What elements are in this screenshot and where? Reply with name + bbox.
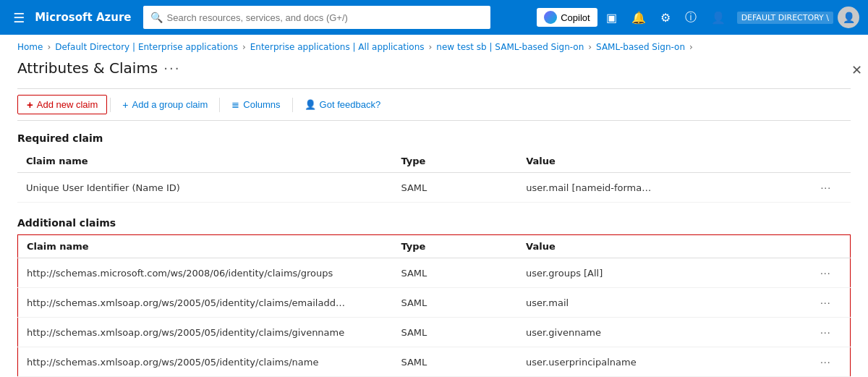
required-claims-table: Claim name Type Value Unique User Identi… bbox=[17, 150, 851, 203]
additional-claim-actions-button[interactable]: ··· bbox=[817, 355, 834, 369]
copilot-label: Copilot bbox=[561, 12, 590, 23]
close-button[interactable]: ✕ bbox=[846, 59, 868, 81]
copilot-icon bbox=[544, 11, 557, 24]
screen-icon-button[interactable]: ▣ bbox=[600, 7, 623, 29]
additional-claim-actions: ··· bbox=[809, 258, 851, 288]
breadcrumb-sep-2: › bbox=[242, 42, 246, 52]
toolbar-separator-2 bbox=[219, 98, 220, 112]
hamburger-icon[interactable]: ☰ bbox=[9, 6, 29, 30]
additional-claims-title: Additional claims bbox=[17, 217, 851, 229]
columns-button[interactable]: ≣ Columns bbox=[223, 96, 289, 113]
page-header: Attributes & Claims ··· bbox=[17, 59, 851, 77]
toolbar: + Add new claim + Add a group claim ≣ Co… bbox=[17, 88, 851, 121]
copilot-button[interactable]: Copilot bbox=[537, 8, 597, 27]
additional-claim-actions: ··· bbox=[809, 318, 851, 347]
breadcrumb-sep-3: › bbox=[429, 42, 433, 52]
breadcrumb-default-dir[interactable]: Default Directory | Enterprise applicati… bbox=[55, 42, 238, 52]
additional-claim-type: SAML bbox=[392, 288, 517, 318]
page-title-menu[interactable]: ··· bbox=[163, 61, 180, 76]
breadcrumb-sep-4: › bbox=[588, 42, 592, 52]
additional-claims-table: Claim name Type Value http://schemas.mic… bbox=[17, 234, 851, 377]
breadcrumb-saml-signin[interactable]: SAML-based Sign-on bbox=[596, 42, 685, 52]
additional-claim-row: http://schemas.xmlsoap.org/ws/2005/05/id… bbox=[18, 347, 851, 377]
additional-col-type: Type bbox=[392, 235, 517, 258]
required-claim-actions-button[interactable]: ··· bbox=[817, 180, 834, 195]
add-new-claim-icon: + bbox=[27, 98, 33, 111]
additional-claim-type: SAML bbox=[392, 318, 517, 347]
feedback-button[interactable]: 👤 Got feedback? bbox=[296, 96, 390, 113]
additional-claim-row: http://schemas.xmlsoap.org/ws/2005/05/id… bbox=[18, 318, 851, 347]
required-claims-title: Required claim bbox=[17, 132, 851, 144]
help-icon-button[interactable]: ⓘ bbox=[679, 6, 702, 30]
additional-claim-value: user.mail bbox=[517, 288, 809, 318]
additional-claim-value: user.groups [All] bbox=[517, 258, 809, 288]
additional-claim-row: http://schemas.xmlsoap.org/ws/2005/05/id… bbox=[18, 288, 851, 318]
additional-col-name: Claim name bbox=[18, 235, 393, 258]
required-claim-value: user.mail [nameid-forma… bbox=[517, 173, 809, 203]
nav-right: Copilot ▣ 🔔 ⚙ ⓘ 👤 DEFAULT DIRECTORY \ 👤 bbox=[537, 6, 859, 30]
required-claim-name: Unique User Identifier (Name ID) bbox=[17, 173, 392, 203]
page-title: Attributes & Claims bbox=[17, 59, 158, 77]
columns-icon: ≣ bbox=[231, 99, 239, 110]
add-group-claim-label: Add a group claim bbox=[132, 99, 208, 110]
additional-claim-value: user.userprincipalname bbox=[517, 347, 809, 377]
breadcrumb: Home › Default Directory | Enterprise ap… bbox=[0, 35, 868, 59]
breadcrumb-enterprise-apps[interactable]: Enterprise applications | All applicatio… bbox=[250, 42, 425, 52]
avatar[interactable]: 👤 bbox=[838, 7, 859, 28]
columns-label: Columns bbox=[243, 99, 280, 110]
gear-icon-button[interactable]: ⚙ bbox=[655, 7, 676, 29]
add-new-claim-label: Add new claim bbox=[37, 99, 98, 110]
toolbar-separator-3 bbox=[292, 98, 293, 112]
additional-claim-actions: ··· bbox=[809, 347, 851, 377]
add-group-claim-button[interactable]: + Add a group claim bbox=[114, 96, 216, 114]
additional-claim-actions-button[interactable]: ··· bbox=[817, 325, 834, 339]
search-input[interactable] bbox=[167, 12, 483, 23]
breadcrumb-sep-1: › bbox=[47, 42, 51, 52]
additional-claim-name: http://schemas.xmlsoap.org/ws/2005/05/id… bbox=[18, 288, 393, 318]
additional-col-actions bbox=[809, 235, 851, 258]
search-box: 🔍 bbox=[143, 6, 490, 29]
person-icon-button[interactable]: 👤 bbox=[705, 7, 731, 29]
additional-claim-name: http://schemas.microsoft.com/ws/2008/06/… bbox=[18, 258, 393, 288]
nav-bar: ☰ Microsoft Azure 🔍 Copilot ▣ 🔔 ⚙ ⓘ 👤 DE… bbox=[0, 0, 868, 35]
additional-claim-actions: ··· bbox=[809, 288, 851, 318]
additional-claim-row: http://schemas.microsoft.com/ws/2008/06/… bbox=[18, 258, 851, 288]
additional-claim-value: user.givenname bbox=[517, 318, 809, 347]
required-claim-type: SAML bbox=[392, 173, 517, 203]
required-claim-row: Unique User Identifier (Name ID) SAML us… bbox=[17, 173, 851, 203]
account-badge: DEFAULT DIRECTORY \ bbox=[737, 12, 833, 24]
required-col-type: Type bbox=[392, 150, 517, 173]
required-col-value: Value bbox=[517, 150, 809, 173]
additional-claim-type: SAML bbox=[392, 347, 517, 377]
toolbar-separator-1 bbox=[110, 98, 111, 112]
add-group-claim-icon: + bbox=[122, 99, 128, 111]
account-area: DEFAULT DIRECTORY \ 👤 bbox=[737, 7, 859, 28]
page-content: Attributes & Claims ··· ✕ + Add new clai… bbox=[0, 59, 868, 377]
additional-claim-name: http://schemas.xmlsoap.org/ws/2005/05/id… bbox=[18, 318, 393, 347]
feedback-icon: 👤 bbox=[305, 99, 316, 110]
required-col-name: Claim name bbox=[17, 150, 392, 173]
additional-claim-name: http://schemas.xmlsoap.org/ws/2005/05/id… bbox=[18, 347, 393, 377]
feedback-label: Got feedback? bbox=[320, 99, 381, 110]
required-claim-actions: ··· bbox=[809, 173, 851, 203]
additional-claim-type: SAML bbox=[392, 258, 517, 288]
additional-claim-actions-button[interactable]: ··· bbox=[817, 295, 834, 310]
search-icon: 🔍 bbox=[150, 12, 163, 23]
breadcrumb-saml-app[interactable]: new test sb | SAML-based Sign-on bbox=[436, 42, 584, 52]
bell-icon-button[interactable]: 🔔 bbox=[626, 7, 652, 29]
additional-claim-actions-button[interactable]: ··· bbox=[817, 266, 834, 280]
app-logo: Microsoft Azure bbox=[35, 11, 131, 24]
breadcrumb-home[interactable]: Home bbox=[17, 42, 43, 52]
additional-col-value: Value bbox=[517, 235, 809, 258]
breadcrumb-sep-5: › bbox=[689, 42, 693, 52]
add-new-claim-button[interactable]: + Add new claim bbox=[17, 95, 107, 114]
required-col-actions bbox=[809, 150, 851, 173]
